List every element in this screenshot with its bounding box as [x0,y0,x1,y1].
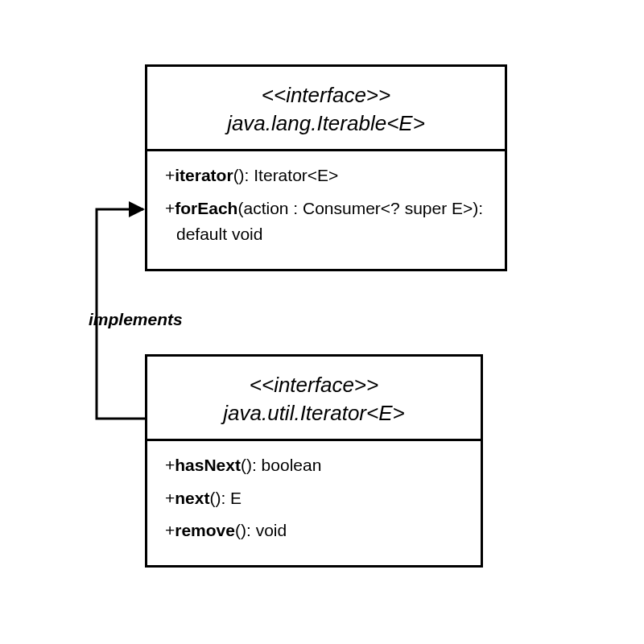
class-name: java.lang.Iterable<E> [163,109,489,138]
method-name: remove [175,521,235,539]
method-prefix: + [165,456,175,474]
method-name: forEach [175,199,237,217]
method-row: +next(): E [165,485,463,512]
method-prefix: + [165,521,175,539]
uml-methods-iterable: +iterator(): Iterator<E> +forEach(action… [147,151,505,269]
method-signature: (): E [209,489,242,507]
method-name: next [175,489,209,507]
method-row: +hasNext(): boolean [165,452,463,479]
method-row: +remove(): void [165,518,463,544]
uml-class-iterator: <<interface>> java.util.Iterator<E> +has… [145,354,483,568]
method-name: iterator [175,166,233,184]
method-row: +iterator(): Iterator<E> [165,163,487,189]
stereotype-label: <<interface>> [163,81,489,109]
method-row: +forEach(action : Consumer<? super E>): … [165,196,487,248]
method-prefix: + [165,199,175,217]
class-name: java.util.Iterator<E> [163,399,464,427]
method-prefix: + [165,489,175,507]
svg-marker-0 [129,201,145,217]
stereotype-label: <<interface>> [163,371,464,399]
uml-header-iterable: <<interface>> java.lang.Iterable<E> [147,67,505,151]
method-signature: (): boolean [241,456,321,474]
uml-methods-iterator: +hasNext(): boolean +next(): E +remove()… [147,441,481,565]
uml-class-iterable: <<interface>> java.lang.Iterable<E> +ite… [145,64,507,271]
method-name: hasNext [175,456,241,474]
method-signature: (): void [235,521,287,539]
uml-header-iterator: <<interface>> java.util.Iterator<E> [147,357,481,441]
relationship-label: implements [89,310,183,329]
method-prefix: + [165,166,175,184]
method-signature: (): Iterator<E> [233,166,339,184]
